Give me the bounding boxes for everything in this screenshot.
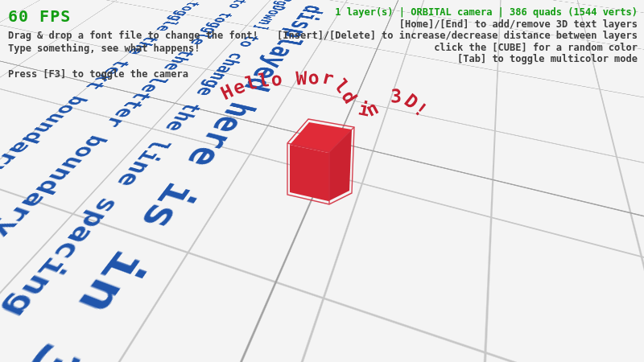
help-multicolor: [Tab] to toggle multicolor mode (277, 53, 638, 65)
hud-left-help: Drag & drop a font file to change the fo… (8, 29, 258, 80)
help-cube-color: click the [CUBE] for a random color (277, 42, 638, 54)
help-camera-toggle: Press [F3] to toggle the camera (8, 68, 258, 80)
fps-counter: 60 FPS (8, 6, 71, 26)
help-drag-drop: Drag & drop a font file to change the fo… (8, 29, 258, 42)
cube-face-left (290, 145, 328, 201)
app-window: press [F1] to toggle the text boundary p… (0, 0, 644, 362)
hud-right-help: 1 layer(s) | ORBITAL camera | 386 quads … (277, 6, 638, 65)
help-layer-distance: [Insert]/[Delete] to increase/decrease d… (277, 30, 638, 42)
help-type-something: Type something, see what happens! (8, 42, 258, 55)
status-bar: 1 layer(s) | ORBITAL camera | 386 quads … (277, 6, 638, 19)
help-layers: [Home]/[End] to add/remove 3D text layer… (277, 19, 638, 31)
setting-size: < SIZE: 8.0 > (633, 318, 644, 362)
cube[interactable] (287, 119, 354, 204)
